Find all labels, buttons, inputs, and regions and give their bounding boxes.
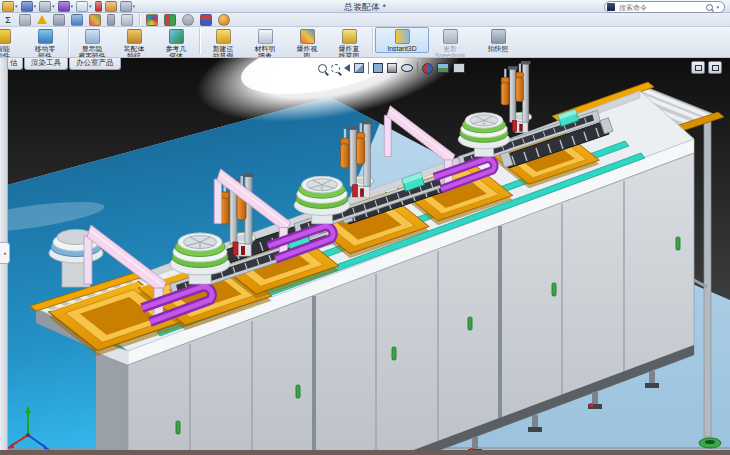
reference-geometry-icon <box>169 29 184 44</box>
button-label: 材料明 <box>255 45 275 52</box>
tab-evaluate[interactable]: 估 <box>7 57 23 70</box>
button-label: 特征 <box>127 52 141 58</box>
button-label: 爆炸直 <box>339 45 359 52</box>
panel-expand-tab[interactable]: ◂ <box>0 242 10 264</box>
toolbar-separator <box>372 28 373 54</box>
window-minimize-icon[interactable] <box>691 61 705 74</box>
button-label: 装配体 <box>124 45 144 52</box>
move-component-button[interactable]: 移动零 部件 ▾ <box>24 27 66 58</box>
select-icon[interactable] <box>76 1 88 12</box>
exploded-view-button[interactable]: 爆炸视 图 <box>286 27 328 58</box>
alignment-icon[interactable] <box>53 14 65 26</box>
button-label: 细表 <box>258 52 272 58</box>
display-style-icon[interactable] <box>387 63 397 73</box>
update-speedpak-button[interactable]: 更新 Speedpak <box>429 27 471 58</box>
button-label: 藏零部件 <box>78 52 105 58</box>
view-settings-icon[interactable] <box>453 63 465 73</box>
open-caret-icon[interactable]: ▾ <box>15 3 18 9</box>
file-properties-icon[interactable] <box>105 1 117 12</box>
button-label: 动算例 <box>213 52 233 58</box>
take-snapshot-button[interactable]: 拍快照 <box>477 27 519 53</box>
status-bar <box>0 450 730 455</box>
instant3d-button[interactable]: Instant3D <box>375 27 429 53</box>
no-preview-icon[interactable] <box>182 14 194 26</box>
interference-check-icon[interactable] <box>37 15 47 24</box>
explode-line-sketch-button[interactable]: 爆炸直 线草图 <box>328 27 370 58</box>
hide-show-items-icon[interactable] <box>401 64 413 72</box>
section-view-icon[interactable] <box>354 63 364 73</box>
button-label: 部件 <box>38 52 52 58</box>
materials-icon[interactable] <box>19 14 31 26</box>
open-icon[interactable] <box>2 1 14 12</box>
explode-line-sketch-icon <box>342 29 357 44</box>
window-layout-icon[interactable] <box>120 1 132 12</box>
undo-caret-icon[interactable]: ▾ <box>71 3 74 9</box>
new-motion-study-button[interactable]: 新建运 动算例 <box>202 27 244 58</box>
command-manager-tabs: 估 渲染工具 办公室产品 <box>7 57 122 70</box>
graphics-viewport[interactable] <box>0 57 730 450</box>
search-box[interactable]: ▾ <box>604 1 725 13</box>
window-restore-icon[interactable] <box>708 61 722 74</box>
button-label: 何体 <box>169 52 183 58</box>
window-caret-icon[interactable]: ▾ <box>133 3 136 9</box>
motion-manager-icon[interactable] <box>146 14 158 26</box>
zoom-to-fit-icon[interactable] <box>318 64 327 73</box>
solidworks-window: { "window": { "title": "总装配体 *" }, "menu… <box>0 0 730 455</box>
apply-scene-icon[interactable] <box>437 63 449 73</box>
tab-render-tools[interactable]: 渲染工具 <box>24 57 68 70</box>
search-icon[interactable] <box>706 4 713 11</box>
show-hidden-components-button[interactable]: 显示隐 藏零部件 <box>71 27 113 58</box>
save-caret-icon[interactable]: ▾ <box>34 3 37 9</box>
rollback-icon[interactable] <box>107 14 115 26</box>
undo-icon[interactable] <box>58 1 70 12</box>
rebuild-icon[interactable] <box>95 1 102 12</box>
simulation-icon[interactable] <box>164 14 176 26</box>
edit-appearance-icon[interactable] <box>422 63 433 74</box>
smart-fasteners-icon <box>0 29 11 44</box>
toolbar-separator <box>139 14 140 25</box>
search-caret-icon[interactable]: ▾ <box>716 4 719 10</box>
equations-icon[interactable]: Σ <box>3 15 13 25</box>
select-caret-icon[interactable]: ▾ <box>89 3 92 9</box>
appearances-icon[interactable] <box>89 14 101 26</box>
display-states-icon[interactable] <box>71 14 83 26</box>
bill-of-materials-button[interactable]: 材料明 细表 <box>244 27 286 58</box>
heads-up-view-toolbar <box>318 62 465 74</box>
button-label: 更新 <box>443 45 457 52</box>
button-label: Speedpak <box>435 52 466 58</box>
assembly-features-button[interactable]: 装配体 特征 ▾ <box>113 27 155 58</box>
compare-icon[interactable] <box>200 14 212 26</box>
save-icon[interactable] <box>21 1 33 12</box>
print-caret-icon[interactable]: ▾ <box>52 3 55 9</box>
button-label: 智能 <box>0 45 10 52</box>
quick-toolbar: Σ <box>0 13 730 27</box>
button-label: 图 <box>304 52 311 58</box>
button-label: 新建运 <box>213 45 233 52</box>
zoom-to-area-icon[interactable] <box>331 64 340 73</box>
toolbar-separator <box>368 62 369 74</box>
show-hidden-icon <box>85 29 100 44</box>
toolbar-separator <box>68 28 69 54</box>
tab-office-products[interactable]: 办公室产品 <box>69 57 121 70</box>
render-icon[interactable] <box>218 14 230 26</box>
button-label: 显示隐 <box>82 45 102 52</box>
exploded-view-icon <box>300 29 315 44</box>
button-label: 参考几 <box>166 45 186 52</box>
button-label: Instant3D <box>387 45 416 52</box>
motion-study-icon <box>216 29 231 44</box>
smart-fasteners-button[interactable]: 智能 扣件 <box>0 27 24 58</box>
print-icon[interactable] <box>39 1 51 12</box>
view-orientation-icon[interactable] <box>373 63 383 73</box>
button-label: 移动零 <box>35 45 55 52</box>
search-input[interactable] <box>617 3 704 12</box>
reference-geometry-button[interactable]: 参考几 何体 ▾ <box>155 27 197 58</box>
previous-view-icon[interactable] <box>344 64 350 72</box>
button-label: 拍快照 <box>488 45 508 52</box>
screen-capture-icon[interactable] <box>121 14 133 26</box>
button-label: 线草图 <box>339 52 359 58</box>
solidworks-logo-icon <box>607 3 615 11</box>
button-label: 扣件 <box>0 52 10 58</box>
button-label: 爆炸视 <box>297 45 317 52</box>
move-component-icon <box>38 29 53 44</box>
take-snapshot-icon <box>491 29 506 44</box>
